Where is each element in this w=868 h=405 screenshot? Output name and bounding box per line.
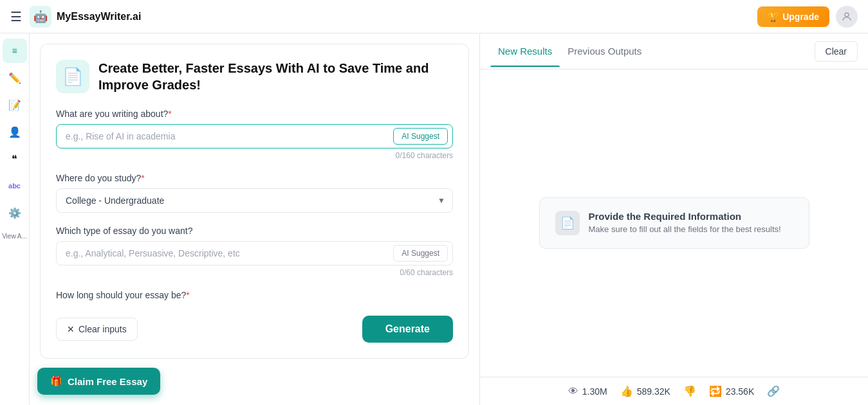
sidebar-item-quote[interactable]: ❝ [3,147,27,171]
clear-results-button[interactable]: Clear [815,41,858,62]
right-panel: New Results Previous Outputs Clear 📄 Pro… [480,33,868,405]
views-count: 1.30M [582,386,607,397]
nav-left: ☰ 🤖 MyEssayWriter.ai [10,6,141,28]
sidebar-item-user[interactable]: 👤 [3,120,27,144]
generate-button[interactable]: Generate [362,316,453,343]
sidebar-item-abc[interactable]: abc [3,174,27,198]
dislike-icon: 👎 [683,385,696,397]
link-icon: 🔗 [767,385,780,397]
stat-shares[interactable]: 🔁 23.56K [709,385,754,397]
tab-previous-outputs[interactable]: Previous Outputs [560,35,649,67]
essay-type-label: Which type of essay do you want? [56,226,453,236]
study-group: Where do you study?* High School College… [56,173,453,213]
essay-length-label: How long should your essay be?* [56,290,453,300]
form-actions: ✕ Clear inputs Generate [56,316,453,343]
sidebar-item-write[interactable]: ✏️ [3,66,27,90]
essay-form-card: 📄 Create Better, Faster Essays With AI t… [40,44,469,359]
claim-free-essay-button[interactable]: 🎁 Claim Free Essay [37,368,160,395]
essay-length-group: How long should your essay be?* [56,290,453,300]
main-layout: ≡ ✏️ 📝 👤 ❝ abc ⚙️ View A... 📄 [0,33,868,405]
user-avatar[interactable] [836,6,858,28]
form-header: 📄 Create Better, Faster Essays With AI t… [56,60,453,93]
topic-ai-suggest-button[interactable]: AI Suggest [393,128,448,145]
stat-link[interactable]: 🔗 [767,385,780,397]
right-panel-body: 📄 Provide the Required Information Make … [480,69,868,377]
stat-dislikes[interactable]: 👎 [683,385,696,397]
info-card: 📄 Provide the Required Information Make … [539,197,809,249]
clear-inputs-button[interactable]: ✕ Clear inputs [56,318,138,341]
sidebar: ≡ ✏️ 📝 👤 ❝ abc ⚙️ View A... [0,33,30,405]
topic-group: What are you writing about?* AI Suggest … [56,109,453,160]
menu-icon[interactable]: ☰ [10,9,22,24]
like-icon: 👍 [620,385,633,397]
essay-type-ai-suggest-button[interactable]: AI Suggest [393,245,448,262]
clear-inputs-x-icon: ✕ [67,324,75,334]
essay-type-group: Which type of essay do you want? AI Sugg… [56,226,453,277]
left-panel: 📄 Create Better, Faster Essays With AI t… [30,33,480,405]
right-panel-header: New Results Previous Outputs Clear [480,33,868,69]
stat-likes[interactable]: 👍 589.32K [620,385,670,397]
sidebar-item-settings[interactable]: ⚙️ [3,201,27,225]
sidebar-item-notes[interactable]: 📝 [3,93,27,117]
essay-type-char-count: 0/60 characters [56,268,453,277]
study-select-wrapper: High School College - Undergraduate Coll… [56,188,453,213]
info-card-title: Provide the Required Information [589,211,781,222]
study-label: Where do you study?* [56,173,453,183]
share-icon: 🔁 [709,385,722,397]
views-icon: 👁 [568,386,578,397]
tab-new-results[interactable]: New Results [490,35,560,67]
claim-gift-icon: 🎁 [50,375,62,387]
topic-label: What are you writing about?* [56,109,453,119]
svg-point-0 [845,13,849,17]
content-area: 📄 Create Better, Faster Essays With AI t… [30,33,868,405]
top-navigation: ☰ 🤖 MyEssayWriter.ai 🏆 Upgrade [0,0,868,33]
study-select[interactable]: High School College - Undergraduate Coll… [56,188,453,213]
stat-views: 👁 1.30M [568,386,607,397]
form-title: Create Better, Faster Essays With AI to … [98,60,453,93]
upgrade-icon: 🏆 [768,12,779,22]
upgrade-button[interactable]: 🏆 Upgrade [757,6,829,27]
topic-input-wrapper: AI Suggest [56,124,453,148]
nav-right: 🏆 Upgrade [757,6,858,28]
likes-count: 589.32K [637,386,670,397]
info-card-icon: 📄 [555,211,580,235]
stats-bar: 👁 1.30M 👍 589.32K 👎 🔁 23.56K 🔗 [480,377,868,405]
logo-text: MyEssayWriter.ai [57,11,141,22]
info-card-desc: Make sure to fill out all the fields for… [589,224,781,234]
shares-count: 23.56K [726,386,754,397]
logo-icon: 🤖 [30,6,51,28]
logo-area: 🤖 MyEssayWriter.ai [30,6,141,28]
info-card-content: Provide the Required Information Make su… [589,211,781,234]
form-header-icon: 📄 [56,60,89,93]
essay-type-input-wrapper: AI Suggest [56,241,453,266]
sidebar-item-menu[interactable]: ≡ [3,39,27,63]
topic-char-count: 0/160 characters [56,151,453,160]
sidebar-view-all[interactable]: View A... [1,230,28,242]
